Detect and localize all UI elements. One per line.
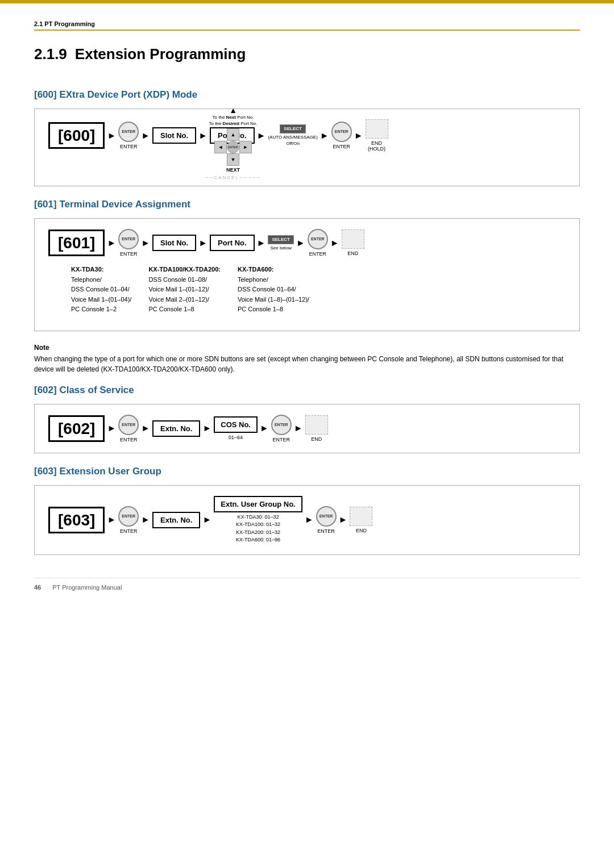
device-table-601: KX-TDA30: Telephone/ DSS Console 01–04/ …	[71, 265, 566, 315]
enter-circle-600b: ENTER ENTER	[331, 122, 352, 149]
device-col-tda100: KX-TDA100/KX-TDA200: DSS Console 01–08/ …	[148, 265, 221, 315]
arrow-601-4: ►	[255, 238, 268, 248]
extn-no-602: Extn. No.	[152, 420, 200, 437]
chapter-number: 2.1.9	[34, 45, 67, 63]
select-auto-ans: (AUTO ANS/MESSAGE)	[268, 135, 317, 140]
dpad-center-600: ENTER	[227, 141, 239, 153]
end-label-600: END	[371, 140, 382, 146]
arrow2: ►	[139, 131, 152, 141]
arrow-603-5: ►	[337, 515, 350, 525]
section-601-title: [601] Terminal Device Assignment	[34, 199, 580, 210]
code-603: [603]	[48, 507, 105, 534]
arrow-602-2: ►	[139, 423, 152, 433]
arrow-602-4: ►	[258, 423, 271, 433]
enter-circle-601: ENTER ENTER	[118, 229, 139, 257]
arrow-601-1: ►	[105, 238, 118, 248]
arrow1: ►	[105, 131, 118, 141]
diagram-603: [603] ► ENTER ENTER ► Extn. No. ► Extn. …	[34, 485, 580, 555]
arrow-601-3: ►	[196, 238, 210, 248]
slot-no-600: Slot No.	[152, 127, 196, 144]
arrow-603-1: ►	[105, 515, 118, 525]
group-no-603: Extn. User Group No. KX-TDA30: 01–32 KX-…	[214, 496, 302, 544]
diagram-601: [601] ► ENTER ENTER ► Slot No. ► Port No…	[34, 218, 580, 331]
end-label-602: END	[311, 436, 322, 442]
arrow-601-6: ►	[328, 238, 342, 248]
end-box-600: END (HOLD)	[366, 119, 388, 152]
slot-no-601: Slot No.	[152, 235, 196, 251]
end-box-601: END	[342, 229, 364, 256]
select-sub-601: See below	[271, 245, 292, 251]
arrow-602-3: ►	[200, 423, 214, 433]
section-602-title: [602] Class of Service	[34, 385, 580, 396]
footer-text: PT Programming Manual	[52, 584, 122, 591]
to-desired-port: To the Desired Port No.	[209, 121, 258, 126]
select-600: SELECT (AUTO ANS/MESSAGE) Off/On	[268, 124, 317, 147]
arrow-603-4: ►	[302, 515, 316, 525]
enter-circle-602b: ENTER ENTER	[271, 415, 292, 443]
enter-circle-601b: ENTER ENTER	[308, 229, 328, 257]
end-label-603: END	[356, 528, 367, 533]
code-602: [602]	[48, 415, 105, 443]
arrow-602-1: ►	[105, 423, 118, 433]
select-601: SELECT See below	[268, 235, 294, 251]
end-sub-600: (HOLD)	[368, 146, 385, 152]
diagram-600: [600] ► ENTER ENTER ► Slot No. ► Port No…	[34, 108, 580, 186]
enter-circle-600: ENTER ENTER	[118, 122, 139, 149]
code-601: [601]	[48, 229, 105, 257]
arrow-602-5: ►	[292, 423, 305, 433]
page-footer: 46 PT Programming Manual	[34, 578, 580, 591]
diagram-602: [602] ► ENTER ENTER ► Extn. No. ► COS No…	[34, 404, 580, 453]
device-col-tda600: KX-TDA600: Telephone/ DSS Console 01–64/…	[238, 265, 309, 315]
select-offon: Off/On	[268, 141, 317, 147]
arrow-603-2: ►	[139, 515, 152, 525]
arrow5: ►	[318, 131, 331, 141]
next-label-600: NEXT	[226, 167, 240, 173]
device-col-tda30: KX-TDA30: Telephone/ DSS Console 01–04/ …	[71, 265, 131, 315]
arrow6: ►	[352, 131, 366, 141]
to-next-port: To the Next Port No.	[213, 115, 254, 120]
enter-circle-602: ENTER ENTER	[118, 415, 139, 443]
code-600: [600]	[48, 122, 105, 149]
end-label-601: END	[347, 251, 358, 256]
arrow-601-5: ►	[294, 238, 308, 248]
footer-page: 46	[34, 584, 41, 591]
enter-circle-603: ENTER ENTER	[118, 506, 139, 534]
note-601: Note When changing the type of a port fo…	[34, 344, 580, 374]
page-content: 2.1 PT Programming 2.1.9 Extension Progr…	[0, 3, 614, 614]
arrow-603-3: ►	[200, 515, 214, 525]
end-box-602: END	[305, 415, 328, 442]
section-600-title: [600] EXtra Device Port (XDP) Mode	[34, 89, 580, 101]
end-box-603: END	[350, 507, 372, 533]
port-no-601: Port No.	[210, 235, 255, 251]
section-header: 2.1 PT Programming	[34, 20, 580, 31]
section-603-title: [603] Extension User Group	[34, 466, 580, 477]
cos-no-602: COS No. 01–64	[214, 416, 258, 440]
extn-no-603: Extn. No.	[152, 512, 200, 528]
arrow-601-2: ►	[139, 238, 152, 248]
cancel-label-600: ──CANCEL─────	[205, 175, 261, 180]
enter-circle-603b: ENTER ENTER	[316, 506, 337, 534]
chapter-title: Extension Programming	[75, 45, 246, 63]
group-range-603: KX-TDA30: 01–32 KX-TDA100: 01–32 KX-TDA2…	[236, 514, 280, 544]
